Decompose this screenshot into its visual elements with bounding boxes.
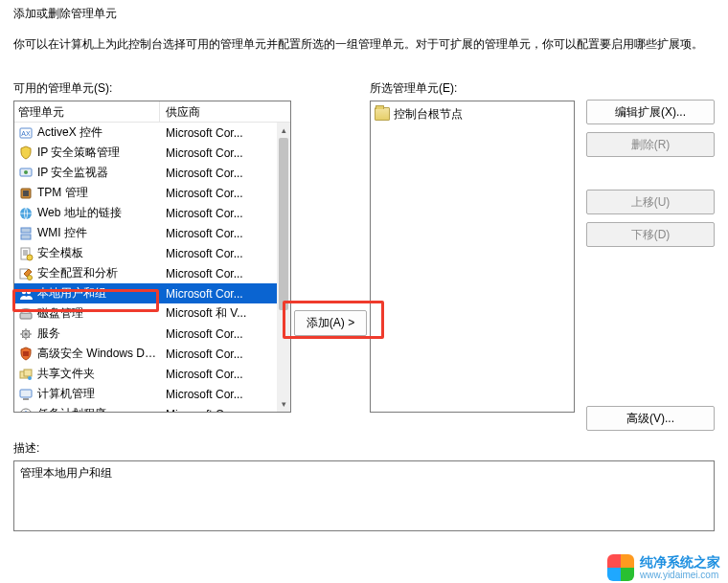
item-name: 计算机管理 bbox=[37, 386, 160, 402]
scrollbar[interactable]: ▴ ▾ bbox=[277, 123, 290, 412]
list-item[interactable]: 高级安全 Windows De...Microsoft Cor... bbox=[14, 344, 277, 364]
svg-point-14 bbox=[27, 289, 31, 293]
scroll-thumb[interactable] bbox=[279, 138, 288, 310]
description-box: 管理本地用户和组 bbox=[13, 460, 715, 531]
chip-icon bbox=[18, 186, 34, 201]
item-name: 安全模板 bbox=[37, 245, 160, 261]
template-icon bbox=[18, 246, 34, 261]
list-item[interactable]: TPM 管理Microsoft Cor... bbox=[14, 183, 277, 203]
side-buttons-column: 编辑扩展(X)... 删除(R) 上移(U) 下移(D) 高级(V)... bbox=[575, 80, 715, 431]
firewall-icon bbox=[18, 347, 34, 362]
list-item[interactable]: Web 地址的链接Microsoft Cor... bbox=[14, 203, 277, 223]
item-name: 本地用户和组 bbox=[37, 285, 160, 302]
available-rows: AXActiveX 控件Microsoft Cor...IP 安全策略管理Mic… bbox=[14, 123, 277, 412]
list-item[interactable]: AXActiveX 控件Microsoft Cor... bbox=[14, 123, 277, 143]
header-name[interactable]: 管理单元 bbox=[14, 101, 160, 122]
list-item[interactable]: 本地用户和组Microsoft Cor... bbox=[14, 283, 277, 303]
item-name: TPM 管理 bbox=[37, 185, 160, 201]
tree-root-item[interactable]: 控制台根节点 bbox=[375, 104, 570, 123]
selected-column: 所选管理单元(E): 控制台根节点 bbox=[370, 80, 575, 431]
main-area: 可用的管理单元(S): 管理单元 供应商 AXActiveX 控件Microso… bbox=[0, 80, 728, 431]
available-listbox[interactable]: 管理单元 供应商 AXActiveX 控件Microsoft Cor...IP … bbox=[13, 101, 291, 413]
available-column: 可用的管理单元(S): 管理单元 供应商 AXActiveX 控件Microso… bbox=[13, 80, 291, 431]
item-name: 服务 bbox=[37, 325, 160, 342]
svg-point-16 bbox=[20, 308, 32, 313]
tree-root-label: 控制台根节点 bbox=[394, 106, 463, 123]
item-vendor: Microsoft Cor... bbox=[160, 126, 277, 140]
item-vendor: Microsoft Cor... bbox=[160, 146, 277, 160]
add-button[interactable]: 添加(A) > bbox=[294, 310, 367, 336]
svg-rect-19 bbox=[23, 351, 29, 356]
gear-icon bbox=[18, 326, 34, 342]
list-item[interactable]: 安全配置和分析Microsoft Cor... bbox=[14, 263, 277, 283]
description-label: 描述: bbox=[13, 440, 715, 457]
advanced-button[interactable]: 高级(V)... bbox=[586, 406, 715, 431]
item-name: 磁盘管理 bbox=[37, 305, 160, 322]
list-item[interactable]: 共享文件夹Microsoft Cor... bbox=[14, 364, 277, 384]
item-name: Web 地址的链接 bbox=[37, 205, 160, 221]
list-item[interactable]: 任务计划程序Microsoft Cor... bbox=[14, 404, 277, 412]
description-section: 描述: 管理本地用户和组 bbox=[0, 431, 728, 531]
users-icon bbox=[18, 286, 34, 302]
dialog-title: 添加或删除管理单元 bbox=[0, 0, 728, 26]
server-icon bbox=[18, 226, 34, 241]
selected-treeview[interactable]: 控制台根节点 bbox=[370, 101, 575, 413]
item-vendor: Microsoft Cor... bbox=[160, 368, 277, 381]
list-item[interactable]: 计算机管理Microsoft Cor... bbox=[14, 384, 277, 404]
item-name: 安全配置和分析 bbox=[37, 265, 160, 281]
link-icon bbox=[18, 206, 34, 221]
folder-icon bbox=[375, 107, 390, 121]
svg-rect-8 bbox=[21, 235, 31, 239]
config-icon bbox=[18, 266, 34, 281]
dialog-intro: 你可以在计算机上为此控制台选择可用的管理单元并配置所选的一组管理单元。对于可扩展… bbox=[0, 26, 728, 80]
disk-icon bbox=[18, 306, 34, 322]
svg-point-3 bbox=[24, 170, 28, 174]
watermark: 纯净系统之家 www.yidaimei.com bbox=[607, 554, 720, 581]
edit-extensions-button[interactable]: 编辑扩展(X)... bbox=[586, 100, 715, 124]
move-up-button[interactable]: 上移(U) bbox=[586, 190, 715, 214]
svg-point-22 bbox=[28, 376, 32, 380]
task-icon bbox=[18, 407, 34, 413]
move-down-button[interactable]: 下移(D) bbox=[586, 222, 715, 247]
svg-rect-24 bbox=[23, 398, 29, 400]
item-vendor: Microsoft Cor... bbox=[160, 348, 277, 361]
svg-point-18 bbox=[25, 332, 28, 335]
item-name: IP 安全监视器 bbox=[37, 165, 160, 181]
available-header: 管理单元 供应商 bbox=[14, 101, 290, 123]
svg-rect-23 bbox=[20, 390, 32, 397]
svg-rect-5 bbox=[23, 191, 29, 196]
header-vendor[interactable]: 供应商 bbox=[160, 101, 290, 122]
share-icon bbox=[18, 367, 34, 382]
shield-icon bbox=[18, 146, 34, 161]
watermark-line2: www.yidaimei.com bbox=[640, 570, 720, 580]
list-item[interactable]: IP 安全策略管理Microsoft Cor... bbox=[14, 143, 277, 163]
item-vendor: Microsoft Cor... bbox=[160, 207, 277, 220]
item-vendor: Microsoft Cor... bbox=[160, 267, 277, 280]
selected-label: 所选管理单元(E): bbox=[370, 80, 575, 97]
scroll-up-icon[interactable]: ▴ bbox=[277, 123, 290, 138]
list-item[interactable]: 磁盘管理Microsoft 和 V... bbox=[14, 303, 277, 324]
svg-point-13 bbox=[22, 289, 26, 293]
svg-rect-7 bbox=[21, 228, 31, 233]
list-item[interactable]: 安全模板Microsoft Cor... bbox=[14, 243, 277, 263]
item-name: 高级安全 Windows De... bbox=[37, 346, 160, 362]
scroll-down-icon[interactable]: ▾ bbox=[277, 396, 290, 412]
list-item[interactable]: WMI 控件Microsoft Cor... bbox=[14, 223, 277, 243]
middle-column: 添加(A) > bbox=[291, 80, 370, 431]
list-item[interactable]: IP 安全监视器Microsoft Cor... bbox=[14, 163, 277, 183]
item-name: WMI 控件 bbox=[37, 225, 160, 241]
item-vendor: Microsoft Cor... bbox=[160, 388, 277, 401]
item-vendor: Microsoft 和 V... bbox=[160, 305, 277, 322]
svg-text:AX: AX bbox=[21, 130, 31, 137]
available-label: 可用的管理单元(S): bbox=[13, 80, 291, 97]
svg-point-10 bbox=[27, 255, 33, 260]
remove-button[interactable]: 删除(R) bbox=[586, 132, 715, 157]
list-item[interactable]: 服务Microsoft Cor... bbox=[14, 324, 277, 344]
item-vendor: Microsoft Cor... bbox=[160, 327, 277, 341]
svg-rect-21 bbox=[24, 370, 32, 376]
item-name: IP 安全策略管理 bbox=[37, 145, 160, 161]
item-vendor: Microsoft Cor... bbox=[160, 408, 277, 413]
watermark-line1: 纯净系统之家 bbox=[640, 555, 720, 570]
item-name: 共享文件夹 bbox=[37, 366, 160, 382]
item-vendor: Microsoft Cor... bbox=[160, 187, 277, 200]
